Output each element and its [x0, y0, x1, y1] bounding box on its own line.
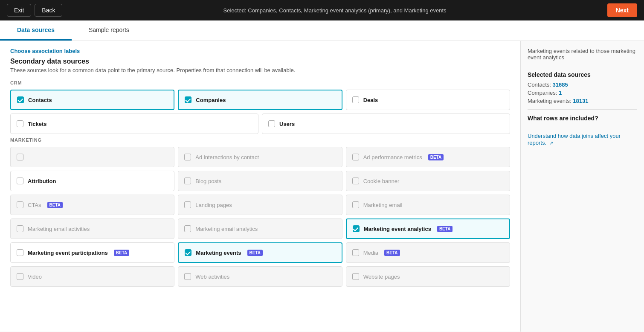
tab-data-sources[interactable]: Data sources	[0, 20, 72, 41]
ad-performance-label: Ad performance metrics	[363, 154, 422, 160]
checkbox-attribution	[17, 178, 23, 184]
marketing-events-label: Marketing events	[196, 250, 241, 256]
marketing-email-activities-label: Marketing email activities	[28, 226, 90, 232]
tab-sample-reports[interactable]: Sample reports	[72, 20, 146, 41]
contacts-count-label: Contacts:	[528, 82, 551, 88]
cookie-banner-label: Cookie banner	[363, 178, 400, 184]
option-deals[interactable]: Deals	[346, 90, 510, 110]
marketing-email-analytics-label: Marketing email analytics	[195, 226, 258, 232]
checkbox-contacts	[17, 96, 24, 103]
external-link-icon: ↗	[549, 140, 553, 146]
contacts-count: 31685	[553, 82, 568, 88]
checkbox-web-activities	[184, 273, 191, 280]
checkbox-landing-pages	[184, 201, 191, 208]
marketing-events-beta: BETA	[247, 250, 263, 256]
selected-info: Selected: Companies, Contacts, Marketing…	[66, 7, 603, 14]
option-ctas[interactable]: CTAs BETA	[10, 195, 174, 215]
ctas-beta: BETA	[47, 202, 63, 208]
main-layout: Choose association labels Secondary data…	[0, 41, 644, 332]
option-tickets[interactable]: Tickets	[10, 114, 258, 134]
ad-interactions-label: Ad interactions by contact	[195, 154, 259, 160]
sidebar-divider-3	[528, 127, 637, 127]
landing-pages-label: Landing pages	[195, 202, 232, 208]
marketing-row-6: Video Web activities Website pages	[10, 266, 510, 287]
back-button[interactable]: Back	[35, 4, 62, 17]
marketing-group-label: MARKETING	[10, 137, 510, 143]
sidebar-divider-2	[528, 109, 637, 110]
checkbox-marketing-email-analytics	[184, 225, 191, 232]
marketing-events-row: Marketing events: 18131	[528, 98, 637, 104]
ctas-label: CTAs	[28, 202, 41, 208]
marketing-events-count: 18131	[573, 98, 588, 104]
marketing-event-participations-beta: BETA	[114, 250, 129, 256]
sidebar-intro-text: Marketing events related to those market…	[528, 48, 637, 61]
marketing-row-4: Marketing email activities Marketing ema…	[10, 218, 510, 239]
crm-row-2: Tickets Users	[10, 114, 510, 134]
option-web-activities[interactable]: Web activities	[178, 266, 342, 287]
choose-association-label: Choose association labels	[10, 48, 510, 54]
option-attribution[interactable]: Attribution	[10, 171, 174, 191]
secondary-desc: These sources look for a common data poi…	[10, 67, 510, 73]
media-label: Media	[363, 250, 378, 256]
crm-row-1: Contacts Companies Deals	[10, 90, 510, 110]
nav-tabs: Data sources Sample reports	[0, 20, 644, 41]
option-companies[interactable]: Companies	[178, 90, 342, 110]
option-marketing-email-activities[interactable]: Marketing email activities	[10, 218, 174, 239]
marketing-row-3: CTAs BETA Landing pages Marketing email	[10, 195, 510, 215]
marketing-row-2: Attribution Blog posts Cookie banner	[10, 171, 510, 191]
ad-performance-beta: BETA	[428, 154, 444, 160]
checkbox-tickets	[17, 120, 23, 127]
option-ad-interactions[interactable]: Ad interactions by contact	[178, 147, 342, 167]
option-contacts[interactable]: Contacts	[10, 90, 174, 110]
option-blog-posts[interactable]: Blog posts	[178, 171, 342, 191]
media-beta: BETA	[384, 250, 400, 256]
data-joins-link[interactable]: Understand how data joins affect your re…	[528, 133, 621, 146]
crm-group-label: CRM	[10, 80, 510, 85]
option-users[interactable]: Users	[262, 114, 510, 134]
rows-included-title: What rows are included?	[528, 115, 637, 122]
option-landing-pages[interactable]: Landing pages	[178, 195, 342, 215]
video-label: Video	[28, 274, 42, 280]
option-cookie-banner[interactable]: Cookie banner	[346, 171, 510, 191]
contacts-row: Contacts: 31685	[528, 82, 637, 88]
next-button[interactable]: Next	[607, 3, 637, 17]
blog-posts-label: Blog posts	[195, 178, 221, 184]
checkbox-ad-interactions	[184, 154, 191, 160]
sidebar-divider-1	[528, 66, 637, 66]
deals-label: Deals	[363, 97, 378, 103]
companies-label: Companies	[196, 97, 226, 103]
top-bar: Exit Back Selected: Companies, Contacts,…	[0, 0, 644, 20]
attribution-label: Attribution	[28, 178, 56, 184]
marketing-events-count-label: Marketing events:	[528, 98, 571, 104]
right-sidebar: Marketing events related to those market…	[520, 41, 644, 332]
checkbox-marketing-email-activities	[17, 225, 23, 232]
checkbox-companies	[185, 96, 191, 103]
companies-count-label: Companies:	[528, 90, 557, 96]
selected-data-sources-title: Selected data sources	[528, 71, 637, 78]
exit-button[interactable]: Exit	[7, 4, 31, 17]
option-ad-performance[interactable]: Ad performance metrics BETA	[346, 147, 510, 167]
option-website-pages[interactable]: Website pages	[346, 266, 510, 287]
companies-count: 1	[559, 90, 562, 96]
companies-row: Companies: 1	[528, 90, 637, 96]
checkbox-ctas	[17, 201, 23, 208]
option-marketing-event-participations[interactable]: Marketing event participations BETA	[10, 242, 174, 263]
option-video[interactable]: Video	[10, 266, 174, 287]
marketing-event-analytics-label: Marketing event analytics	[364, 226, 431, 232]
marketing-row-1: Ad interactions by contact Ad performanc…	[10, 147, 510, 167]
contacts-label: Contacts	[28, 97, 52, 103]
option-marketing-email[interactable]: Marketing email	[346, 195, 510, 215]
marketing-event-participations-label: Marketing event participations	[28, 250, 108, 256]
option-marketing-email-analytics[interactable]: Marketing email analytics	[178, 218, 342, 239]
checkbox-marketing-events	[185, 249, 191, 256]
option-unnamed1[interactable]	[10, 147, 174, 167]
checkbox-marketing-event-analytics	[353, 225, 360, 232]
checkbox-unnamed1	[17, 154, 23, 160]
checkbox-blog-posts	[184, 178, 191, 184]
option-marketing-events[interactable]: Marketing events BETA	[178, 242, 342, 263]
web-activities-label: Web activities	[195, 274, 229, 280]
content-area: Choose association labels Secondary data…	[0, 41, 520, 332]
checkbox-ad-performance	[352, 154, 359, 160]
option-media[interactable]: Media BETA	[346, 242, 510, 263]
option-marketing-event-analytics[interactable]: Marketing event analytics BETA	[346, 218, 510, 239]
